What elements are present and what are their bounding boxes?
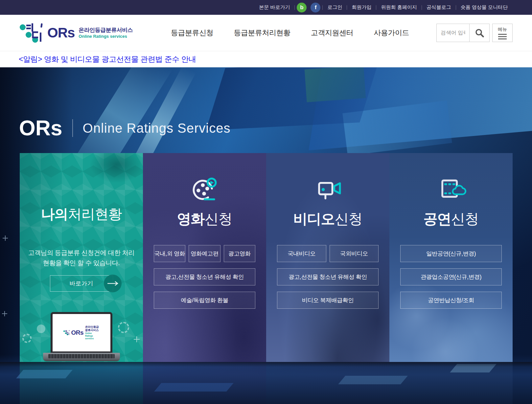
video-button-row: 국내비디오 국외비디오 xyxy=(277,245,379,262)
video-card-buttons: 국내비디오 국외비디오 광고,선전물 청소년 유해성 확인 비디오 복제배급확인 xyxy=(277,245,379,309)
my-status-title-bold: 나의 xyxy=(41,206,68,222)
card-reflection xyxy=(389,362,513,404)
hero-title-divider xyxy=(72,119,73,137)
nav-rating-application[interactable]: 등급분류신청 xyxy=(171,28,213,38)
film-trailer-button[interactable]: 영화예고편 xyxy=(189,245,220,262)
film-card-title: 영화신청 xyxy=(143,210,266,229)
blog-icon[interactable]: b xyxy=(297,3,307,12)
performance-title-bold: 공연 xyxy=(424,211,451,227)
laptop-screen: ORs 온라인등급분류서비스 Online Ratings services xyxy=(51,312,112,353)
go-button[interactable]: 바로가기 xyxy=(50,275,113,292)
search-button[interactable] xyxy=(469,24,490,42)
film-title-bold: 영화 xyxy=(177,211,205,227)
laptop-logo-ors: ORs xyxy=(71,329,83,336)
art-indie-film-refund-button[interactable]: 예술/독립영화 환불 xyxy=(154,292,255,309)
menu-button[interactable]: 메뉴 xyxy=(492,24,513,42)
facebook-icon[interactable]: f xyxy=(311,3,320,12)
logo[interactable]: ORs 온라인등급분류서비스 Online Ratings services xyxy=(19,23,133,43)
hero-subtitle: Online Ratings Services xyxy=(83,121,231,136)
main-header: ORs 온라인등급분류서비스 Online Ratings services 등… xyxy=(0,15,532,51)
laptop-logo-en: Online Ratings services xyxy=(85,332,100,340)
go-button-label: 바로가기 xyxy=(70,280,93,287)
my-status-card: 나의처리현황 고객님의 등급분류 신청건에 대한 처리 현황을 확인 할 수 있… xyxy=(20,153,143,362)
film-button-row: 국내,외 영화 영화예고편 광고영화 xyxy=(154,245,255,262)
committee-homepage-link[interactable]: 위원회 홈페이지 xyxy=(381,4,417,11)
hero: ORs Online Ratings Services 나의처리현황 고객님의 … xyxy=(0,67,532,404)
my-status-title-rest: 처리현황 xyxy=(68,206,122,222)
hero-title-ors: ORs xyxy=(19,116,62,140)
main-nav: 등급분류신청 등급분류처리현황 고객지원센터 사용가이드 xyxy=(171,28,409,38)
film-cloud-icon xyxy=(435,175,467,206)
plus-decoration xyxy=(134,336,140,342)
header-tools: 메뉴 xyxy=(436,24,513,42)
spinner-decoration xyxy=(22,334,32,343)
sparkle-decoration xyxy=(2,311,7,316)
emblem-icon xyxy=(63,328,70,338)
notice-bar: <알림> 영화 및 비디오물 광고선전물 관련법 준수 안내 xyxy=(0,51,532,67)
search-icon xyxy=(475,28,484,37)
page: 본문 바로가기 b f 로그인 회원가입 위원회 홈페이지 공식블로그 숏폼 영… xyxy=(0,0,532,404)
sparkle-decoration xyxy=(3,236,8,241)
performance-return-request-button[interactable]: 공연반납신청/조회 xyxy=(400,292,502,309)
domestic-video-button[interactable]: 국내비디오 xyxy=(277,245,326,262)
nav-rating-status[interactable]: 등급분류처리현황 xyxy=(234,28,290,38)
film-title-rest: 신청 xyxy=(205,211,232,227)
signup-link[interactable]: 회원가입 xyxy=(352,4,371,11)
my-status-description: 고객님의 등급분류 신청건에 대한 처리 현황을 확인 할 수 있습니다. xyxy=(20,248,143,268)
film-reel-icon xyxy=(189,175,220,206)
domestic-foreign-film-button[interactable]: 국내,외 영화 xyxy=(154,245,185,262)
hamburger-icon xyxy=(498,34,507,39)
card-reflection xyxy=(143,362,266,404)
laptop-keyboard xyxy=(43,353,120,361)
shortform-monitor-link[interactable]: 숏폼 영상물 모니터단 xyxy=(461,4,508,11)
logo-ors-text: ORs xyxy=(47,25,75,41)
divider xyxy=(422,5,422,10)
general-performance-button[interactable]: 일반공연(신규,변경) xyxy=(400,245,502,262)
foreign-video-button[interactable]: 국외비디오 xyxy=(330,245,379,262)
card-reflection xyxy=(20,362,143,404)
blog-icon-letter: b xyxy=(300,4,303,11)
tourism-venue-performance-button[interactable]: 관광업소공연(신규,변경) xyxy=(400,268,502,285)
skip-to-content-link[interactable]: 본문 바로가기 xyxy=(259,4,290,11)
performance-application-card: 공연신청 일반공연(신규,변경) 관광업소공연(신규,변경) 공연반납신청/조회 xyxy=(389,153,513,362)
my-status-desc-line2: 현황을 확인 할 수 있습니다. xyxy=(43,259,120,266)
topbar: 본문 바로가기 b f 로그인 회원가입 위원회 홈페이지 공식블로그 숏폼 영… xyxy=(0,0,532,15)
login-link[interactable]: 로그인 xyxy=(327,4,342,11)
video-card-title: 비디오신청 xyxy=(266,210,389,229)
cards-reflections xyxy=(20,362,513,404)
hero-title: ORs Online Ratings Services xyxy=(19,116,230,140)
my-status-title: 나의처리현황 xyxy=(20,205,143,223)
divider xyxy=(376,5,376,10)
nav-customer-support[interactable]: 고객지원센터 xyxy=(311,28,353,38)
video-application-card: 비디오신청 국내비디오 국외비디오 광고,선전물 청소년 유해성 확인 비디오 … xyxy=(266,153,389,362)
video-ad-youth-harm-check-button[interactable]: 광고,선전물 청소년 유해성 확인 xyxy=(277,268,379,285)
menu-label: 메뉴 xyxy=(498,27,507,33)
facebook-icon-letter: f xyxy=(315,4,317,11)
video-camera-icon xyxy=(312,175,344,206)
film-application-card: 영화신청 국내,외 영화 영화예고편 광고영화 광고,선전물 청소년 유해성 확… xyxy=(143,153,266,362)
laptop-screen-logo: ORs 온라인등급분류서비스 Online Ratings services xyxy=(63,325,100,340)
laptop-logo-ko: 온라인등급분류서비스 xyxy=(85,325,100,332)
service-cards: 나의처리현황 고객님의 등급분류 신청건에 대한 처리 현황을 확인 할 수 있… xyxy=(20,153,513,362)
video-copy-distribution-check-button[interactable]: 비디오 복제배급확인 xyxy=(277,292,379,309)
video-title-bold: 비디오 xyxy=(293,211,335,227)
nav-user-guide[interactable]: 사용가이드 xyxy=(374,28,409,38)
hero-screen-panel xyxy=(305,67,366,102)
divider xyxy=(322,5,323,10)
arrow-right-icon xyxy=(104,275,122,292)
performance-card-title: 공연신청 xyxy=(389,210,513,229)
logo-service-ko: 온라인등급분류서비스 xyxy=(79,27,133,34)
card-reflection xyxy=(266,362,389,404)
divider xyxy=(347,5,347,10)
video-title-rest: 신청 xyxy=(335,211,362,227)
notice-link[interactable]: <알림> 영화 및 비디오물 광고선전물 관련법 준수 안내 xyxy=(19,54,196,64)
ad-film-button[interactable]: 광고영화 xyxy=(224,245,255,262)
official-blog-link[interactable]: 공식블로그 xyxy=(427,4,451,11)
divider xyxy=(456,5,456,10)
film-ad-youth-harm-check-button[interactable]: 광고,선전물 청소년 유해성 확인 xyxy=(154,268,255,285)
cards-shadow xyxy=(0,362,532,367)
search-input[interactable] xyxy=(436,24,469,42)
logo-service-en: Online Ratings services xyxy=(79,34,133,39)
laptop-image: ORs 온라인등급분류서비스 Online Ratings services xyxy=(43,312,120,361)
my-status-desc-line1: 고객님의 등급분류 신청건에 대한 처리 xyxy=(28,249,135,256)
